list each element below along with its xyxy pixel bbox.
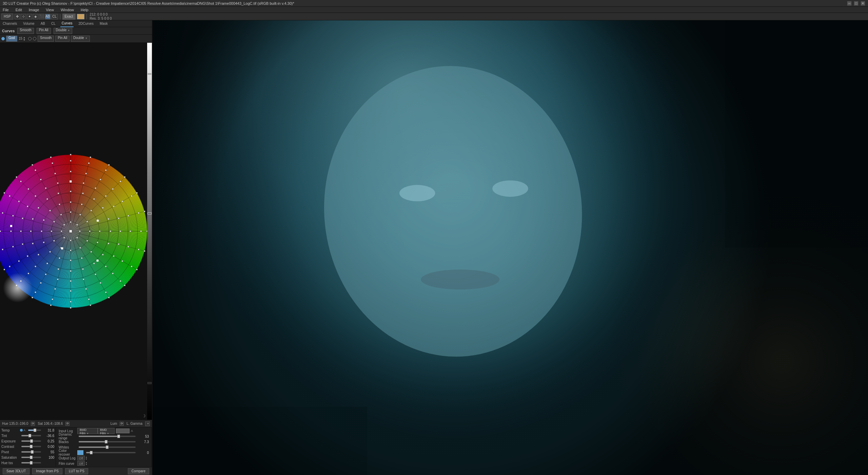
input-log-btn[interactable]: BMD Film: [77, 428, 98, 434]
maximize-button[interactable]: □: [854, 1, 859, 6]
output-log-down[interactable]: ▼: [85, 458, 87, 460]
tint-thumb[interactable]: [28, 434, 31, 437]
mesh-svg[interactable]: [0, 43, 147, 420]
exposure-thumb[interactable]: [30, 439, 33, 443]
lut-to-ps-button[interactable]: LUT to PS: [65, 468, 88, 474]
menu-file[interactable]: File: [1, 8, 10, 12]
exposure-value: 0.25: [42, 439, 54, 443]
pivot-thumb[interactable]: [31, 450, 34, 454]
image-from-ps-button[interactable]: Image from PS: [32, 468, 62, 474]
temp-thumb[interactable]: [34, 429, 36, 432]
pivot-value: 55: [42, 450, 54, 454]
save-3dlut-button[interactable]: Save 3DLUT: [3, 468, 29, 474]
num-up-icon[interactable]: ▲: [23, 36, 25, 39]
title-text: 3D LUT Creator Pro (c) Oleg Sharonov - F…: [3, 1, 294, 5]
film-curve-down[interactable]: ▼: [85, 463, 87, 466]
num-stepper[interactable]: 15 ▲ ▼: [19, 36, 25, 41]
radio-circle-1[interactable]: [1, 37, 5, 40]
color-swatch[interactable]: [77, 14, 84, 19]
whites-thumb[interactable]: [106, 445, 108, 449]
lum-icon[interactable]: ⟳: [120, 422, 124, 426]
l-gamma-dropdown[interactable]: [145, 421, 150, 426]
dynamic-range-track[interactable]: [79, 436, 136, 437]
tool-ab-icon[interactable]: AB: [45, 14, 51, 19]
num-down-icon[interactable]: ▼: [23, 39, 25, 41]
saturation-thumb[interactable]: [30, 456, 33, 459]
whites-track[interactable]: [79, 446, 136, 448]
radio-circle-3[interactable]: [33, 37, 36, 40]
radio-circle-2[interactable]: [28, 37, 32, 40]
film-curve-toggle[interactable]: Off: [77, 461, 85, 466]
tab-volume[interactable]: Volume: [22, 20, 36, 27]
color-recover-swatch[interactable]: [77, 450, 83, 455]
hsp-button[interactable]: HSP: [1, 14, 13, 20]
tab-cl[interactable]: CL: [50, 20, 57, 27]
gradient-handle-top[interactable]: [147, 73, 152, 75]
compare-button[interactable]: Compare: [128, 468, 149, 474]
menu-edit[interactable]: Edit: [14, 8, 23, 12]
tint-track[interactable]: [21, 435, 41, 436]
tab-curves[interactable]: Curves: [60, 20, 74, 27]
curves-header-row: Curves Smooth Pin All Double: [0, 27, 152, 35]
gradient-handle-bot[interactable]: [147, 382, 152, 384]
right-controls-col: Input Log BMD Film BMD Film A Dynamic ra…: [56, 428, 152, 467]
sat-reset-icon[interactable]: ⟳: [65, 422, 70, 426]
film-curve-row: Film curve Off ▲ ▼: [57, 461, 150, 466]
menu-window[interactable]: Window: [59, 8, 75, 12]
tool-extra-icon[interactable]: ⬛: [39, 14, 44, 19]
temp-track[interactable]: [28, 430, 41, 431]
color-recover-thumb[interactable]: [90, 451, 93, 454]
tool-select-icon[interactable]: ⊹: [21, 14, 26, 19]
output-log-toggle[interactable]: Off: [77, 456, 85, 460]
color-recover-track[interactable]: [86, 452, 136, 453]
blacks-thumb[interactable]: [105, 440, 107, 443]
smooth-button[interactable]: Smooth: [17, 28, 34, 34]
exposure-track[interactable]: [21, 440, 41, 442]
close-button[interactable]: ✕: [861, 1, 865, 6]
toolbar-sep-2: [86, 14, 87, 19]
temp-indicator: A: [20, 429, 25, 432]
tool-cl-icon[interactable]: CL: [51, 14, 58, 19]
tool-shape-icon[interactable]: ◈: [33, 14, 38, 19]
gradient-sidebar[interactable]: [147, 43, 152, 420]
tab-2dcurves[interactable]: 2DCurves: [77, 20, 95, 27]
menu-view[interactable]: View: [44, 8, 55, 12]
smooth-tool-btn[interactable]: Smooth: [38, 36, 54, 42]
dynamic-range-thumb[interactable]: [117, 435, 120, 438]
huetss-track[interactable]: [21, 462, 41, 463]
pin-all-button[interactable]: Pin All: [37, 28, 51, 34]
menu-image[interactable]: Image: [27, 8, 41, 12]
double-button[interactable]: Double: [54, 28, 73, 34]
double-tool-btn[interactable]: Double: [71, 36, 90, 42]
dynamic-range-label: Dynamic range: [59, 433, 77, 440]
blacks-value: 7.3: [137, 440, 149, 444]
saturation-track[interactable]: [21, 457, 41, 458]
gradient-handle-mid[interactable]: [147, 212, 152, 214]
moon-icon[interactable]: ☽: [142, 414, 146, 418]
bmd-film-btn[interactable]: BMD Film: [98, 428, 115, 434]
exact-button[interactable]: Exact: [62, 14, 76, 20]
tool-move-icon[interactable]: ✥: [15, 14, 20, 19]
contrast-label: Contrast: [1, 445, 20, 449]
menu-help[interactable]: Help: [79, 8, 90, 12]
hue-reset-icon[interactable]: ⟳: [31, 422, 35, 426]
minimize-button[interactable]: ─: [847, 1, 852, 6]
right-panel: [153, 20, 868, 475]
pin-all-tool-btn[interactable]: Pin All: [55, 36, 70, 42]
tool-pen-icon[interactable]: ✦: [27, 14, 32, 19]
film-curve-stepper[interactable]: ▲ ▼: [85, 461, 87, 466]
blacks-track[interactable]: [79, 441, 136, 442]
contrast-thumb[interactable]: [30, 445, 33, 448]
saturation-row: Saturation 100: [0, 455, 56, 460]
output-log-stepper[interactable]: ▲ ▼: [85, 456, 87, 460]
toolbar-stats: 212: 0 0 0 0 Res. 3: 5 0 0 0: [89, 13, 113, 21]
tab-mask[interactable]: Mask: [98, 20, 109, 27]
god-button[interactable]: God: [6, 36, 17, 42]
tab-ab[interactable]: AB: [39, 20, 46, 27]
left-controls-col: Temp A 31.8 Tint: [0, 428, 56, 467]
color-bar: [116, 429, 130, 433]
pivot-track[interactable]: [21, 451, 41, 453]
contrast-track[interactable]: [21, 446, 41, 447]
huetss-thumb[interactable]: [30, 461, 33, 464]
tab-channels[interactable]: Channels: [1, 20, 18, 27]
